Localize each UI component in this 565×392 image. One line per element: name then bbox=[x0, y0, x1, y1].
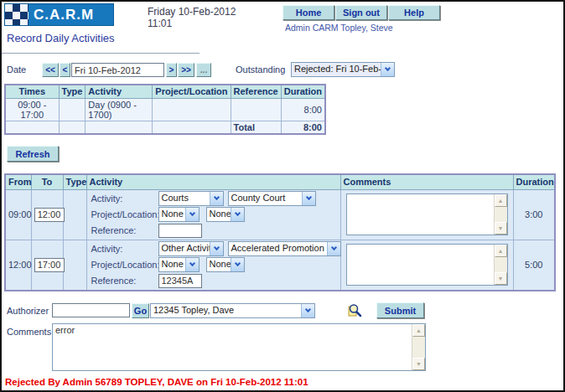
from-time: 09:00 bbox=[5, 189, 31, 240]
activity-category-value: Other Activity bbox=[159, 242, 210, 255]
summary-reference bbox=[231, 98, 281, 121]
dropdown-arrow-button[interactable] bbox=[185, 258, 199, 271]
row-duration: 3:00 bbox=[513, 189, 555, 240]
row-duration: 5:00 bbox=[513, 240, 555, 291]
scroll-down-icon[interactable]: ▼ bbox=[495, 272, 507, 285]
date-label: Date bbox=[7, 64, 26, 75]
col-project-location: Project/Location bbox=[153, 85, 231, 98]
reference-input[interactable] bbox=[158, 274, 202, 288]
summary-type bbox=[59, 98, 86, 121]
daily-summary-table: Times Type Activity Project/Location Ref… bbox=[4, 84, 326, 135]
carm-logo: C.A.R.M bbox=[4, 3, 114, 26]
date-picker-button[interactable]: ... bbox=[196, 63, 211, 77]
comments-label: Comments bbox=[7, 327, 51, 337]
logged-in-user: Admin CARM Topley, Steve bbox=[285, 23, 393, 33]
row-comments-textarea[interactable]: ▲ ▼ bbox=[346, 193, 508, 235]
scroll-up-icon[interactable]: ▲ bbox=[495, 194, 507, 207]
activity-row: 12:00 Activity: Other Activity Accelerat… bbox=[5, 240, 555, 291]
date-prev-button[interactable]: < bbox=[60, 63, 70, 77]
dropdown-arrow-button[interactable] bbox=[210, 242, 223, 255]
row-comments-textarea[interactable]: ▲ ▼ bbox=[346, 244, 508, 286]
project-select[interactable]: None bbox=[158, 257, 200, 272]
location-select[interactable]: None bbox=[206, 207, 245, 222]
col-times: Times bbox=[5, 85, 59, 98]
project-location-field-label: Project/Location: bbox=[91, 260, 158, 270]
activity-detail-value: County Court bbox=[229, 192, 302, 205]
outstanding-select[interactable]: Rejected: Fri 10-Feb-2012 bbox=[291, 62, 395, 77]
scrollbar[interactable]: ▲ ▼ bbox=[494, 194, 507, 235]
dropdown-arrow-button[interactable] bbox=[231, 208, 244, 221]
authorizer-input[interactable] bbox=[52, 303, 130, 317]
dropdown-arrow-button[interactable] bbox=[381, 63, 394, 76]
scrollbar[interactable]: ▲ ▼ bbox=[412, 324, 425, 370]
total-value: 8:00 bbox=[281, 121, 325, 134]
carm-app-window: C.A.R.M Friday 10-Feb-2012 11:01 Home Si… bbox=[0, 0, 565, 392]
scrollbar[interactable]: ▲ ▼ bbox=[494, 245, 507, 285]
activity-detail-value: Accelerated Promotion bbox=[229, 242, 327, 255]
chevron-down-icon bbox=[213, 194, 219, 200]
dropdown-arrow-button[interactable] bbox=[327, 242, 340, 255]
activity-category-select[interactable]: Other Activity bbox=[158, 241, 224, 256]
comments-textarea[interactable]: error ▲ ▼ bbox=[52, 323, 426, 371]
comments-cell: ▲ ▼ bbox=[340, 240, 513, 291]
date-prev-fast-button[interactable]: << bbox=[42, 63, 59, 77]
summary-project-location bbox=[153, 98, 231, 121]
activity-detail-select[interactable]: County Court bbox=[228, 191, 316, 206]
authorizer-selected-value: 12345 Topley, Dave bbox=[151, 304, 301, 317]
dropdown-arrow-button[interactable] bbox=[231, 258, 244, 271]
activity-field-label: Activity: bbox=[91, 244, 158, 254]
col-type: Type bbox=[59, 85, 86, 98]
activity-category-value: Courts bbox=[159, 192, 210, 205]
scroll-down-icon[interactable]: ▼ bbox=[495, 222, 507, 235]
chevron-down-icon bbox=[385, 65, 391, 71]
dropdown-arrow-button[interactable] bbox=[302, 192, 315, 205]
type-cell bbox=[63, 189, 86, 240]
summary-row: 09:00 - 17:00 Day (0900 - 1700) 8:00 bbox=[5, 98, 325, 121]
col-duration: Duration bbox=[513, 174, 555, 189]
authorizer-select[interactable]: 12345 Topley, Dave bbox=[150, 303, 315, 318]
scroll-down-icon[interactable]: ▼ bbox=[412, 358, 425, 370]
reference-input[interactable] bbox=[158, 224, 202, 238]
scroll-up-icon[interactable]: ▲ bbox=[495, 245, 507, 257]
date-next-button[interactable]: > bbox=[166, 63, 177, 77]
dropdown-arrow-button[interactable] bbox=[185, 208, 199, 221]
col-duration: Duration bbox=[281, 85, 325, 98]
summary-duration: 8:00 bbox=[281, 98, 325, 121]
to-time-input[interactable] bbox=[34, 208, 65, 222]
home-button[interactable]: Home bbox=[282, 5, 334, 20]
col-from: From bbox=[5, 174, 31, 189]
col-type: Type bbox=[63, 174, 86, 189]
col-comments: Comments bbox=[340, 174, 513, 189]
location-value: None bbox=[207, 208, 231, 221]
refresh-button[interactable]: Refresh bbox=[7, 146, 59, 162]
date-input[interactable] bbox=[71, 63, 164, 77]
project-select[interactable]: None bbox=[158, 207, 200, 222]
activity-field-label: Activity: bbox=[91, 193, 158, 204]
authorizer-label: Authorizer bbox=[7, 306, 49, 316]
dropdown-arrow-button[interactable] bbox=[210, 192, 223, 205]
lookup-magnifier-icon[interactable] bbox=[347, 302, 362, 317]
location-select[interactable]: None bbox=[206, 257, 245, 272]
activity-row: 09:00 Activity: Courts County Court Pr bbox=[5, 189, 555, 240]
help-button[interactable]: Help bbox=[388, 5, 440, 20]
rejected-status-message: Rejected By Admin 56789 TOPLEY, DAVE on … bbox=[5, 377, 308, 387]
activity-category-select[interactable]: Courts bbox=[158, 191, 224, 206]
dropdown-arrow-button[interactable] bbox=[301, 304, 314, 317]
checkered-band-icon bbox=[5, 4, 29, 25]
date-next-fast-button[interactable]: >> bbox=[178, 63, 194, 77]
chevron-down-icon bbox=[189, 260, 194, 266]
comments-cell: ▲ ▼ bbox=[340, 189, 513, 240]
current-time: 11:01 bbox=[148, 18, 236, 29]
sign-out-button[interactable]: Sign out bbox=[335, 5, 387, 20]
total-label: Total bbox=[231, 121, 281, 134]
to-time-input[interactable] bbox=[34, 258, 65, 272]
page-title: Record Daily Activities bbox=[7, 32, 115, 44]
activity-cell: Activity: Courts County Court Project/Lo… bbox=[86, 189, 340, 240]
logo-text: C.A.R.M bbox=[29, 7, 94, 23]
submit-button[interactable]: Submit bbox=[376, 302, 424, 318]
go-button[interactable]: Go bbox=[132, 303, 149, 318]
chevron-down-icon bbox=[305, 307, 311, 312]
project-value: None bbox=[159, 258, 185, 271]
activity-detail-select[interactable]: Accelerated Promotion bbox=[228, 241, 341, 256]
scroll-up-icon[interactable]: ▲ bbox=[412, 324, 425, 337]
